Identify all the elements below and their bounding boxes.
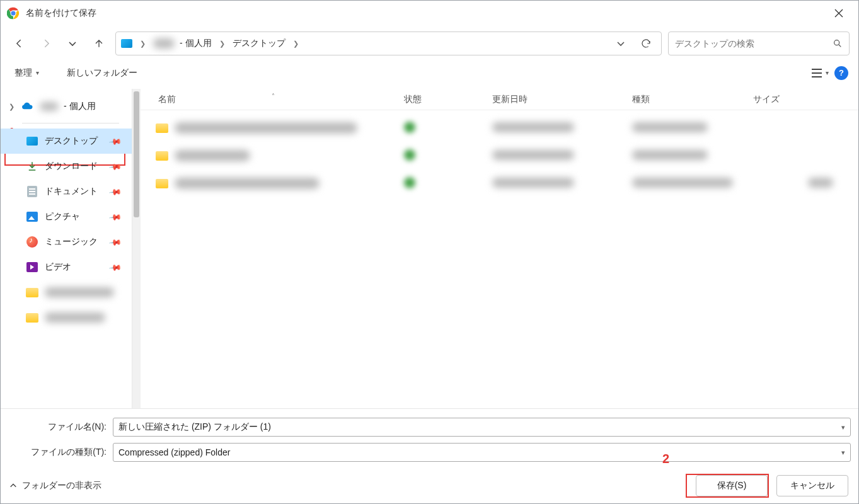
- quick-label: ミュージック: [45, 236, 98, 248]
- breadcrumb-segment[interactable]: デスクトップ: [233, 38, 285, 49]
- chevron-down-icon[interactable]: ▾: [841, 423, 845, 432]
- sidebar-scrollbar[interactable]: [132, 89, 141, 408]
- separator: [22, 123, 119, 123]
- up-button[interactable]: [89, 33, 109, 54]
- file-row[interactable]: [141, 114, 858, 142]
- column-state[interactable]: 状態: [404, 94, 492, 105]
- chevron-right-icon: ❯: [291, 40, 301, 48]
- window-title: 名前を付けて保存: [26, 8, 96, 19]
- quick-access-documents[interactable]: ドキュメント 📌: [1, 179, 132, 204]
- column-size[interactable]: サイズ: [753, 94, 858, 105]
- hide-folders-label: フォルダーの非表示: [22, 480, 101, 491]
- pin-icon: 📌: [108, 235, 122, 249]
- quick-access-videos[interactable]: ビデオ 📌: [1, 255, 132, 280]
- music-icon: [26, 236, 38, 248]
- quick-access-desktop[interactable]: デスクトップ 📌: [1, 129, 132, 154]
- new-folder-button[interactable]: 新しいフォルダー: [67, 67, 137, 79]
- chevron-right-icon: ❯: [137, 40, 148, 48]
- file-list: [141, 110, 858, 408]
- close-button[interactable]: [824, 3, 853, 23]
- annotation-box-2: [686, 474, 769, 498]
- status-synced-icon: [404, 122, 415, 133]
- filename-label: ファイル名(N):: [8, 421, 113, 433]
- breadcrumb-history-button[interactable]: [611, 33, 631, 54]
- pin-icon: 📌: [108, 260, 122, 274]
- cancel-button-label: キャンセル: [790, 480, 834, 491]
- hide-folders-toggle[interactable]: フォルダーの非表示: [9, 480, 101, 491]
- file-pane: 名前 ˄ 状態 更新日時 種類 サイズ: [141, 89, 858, 408]
- quick-access-pictures[interactable]: ピクチャ 📌: [1, 204, 132, 229]
- download-icon: [26, 160, 38, 173]
- file-row[interactable]: [141, 169, 858, 197]
- help-button[interactable]: ?: [834, 66, 848, 80]
- documents-icon: [26, 185, 38, 198]
- sort-asc-icon: ˄: [272, 93, 275, 100]
- titlebar: 名前を付けて保存: [1, 1, 858, 26]
- onedrive-node[interactable]: ❯ - 個人用: [1, 95, 132, 118]
- folder-icon: [156, 151, 168, 161]
- navigation-pane: ❯ - 個人用 デスクトップ 📌 ダウンロード 📌: [1, 89, 132, 408]
- filetype-label: ファイルの種類(T):: [8, 447, 113, 458]
- folder-icon: [26, 286, 38, 299]
- new-folder-label: 新しいフォルダー: [67, 67, 137, 77]
- svg-point-3: [834, 40, 839, 45]
- chevron-right-icon[interactable]: ❯: [7, 103, 16, 111]
- search-input[interactable]: [675, 38, 833, 49]
- chrome-icon: [7, 7, 20, 20]
- back-button[interactable]: [9, 33, 30, 54]
- organize-menu[interactable]: 整理 ▾: [14, 67, 39, 79]
- annotation-step-2: 2: [662, 452, 669, 466]
- forward-button[interactable]: [36, 33, 56, 54]
- column-headers[interactable]: 名前 ˄ 状態 更新日時 種類 サイズ: [141, 89, 858, 110]
- quick-access-downloads[interactable]: ダウンロード 📌: [1, 154, 132, 179]
- onedrive-label: - 個人用: [64, 101, 96, 112]
- column-name-label: 名前: [158, 94, 176, 104]
- folder-icon: [26, 311, 38, 324]
- onedrive-icon: [21, 101, 35, 112]
- footer: 2 フォルダーの非表示 保存(S) キャンセル: [1, 468, 858, 503]
- save-as-dialog: 名前を付けて保存 ❯ - 個人用 ❯ デスクトップ ❯: [0, 0, 859, 504]
- folder-icon: [156, 179, 168, 188]
- status-synced-icon: [404, 177, 415, 188]
- quick-access-folder-redacted[interactable]: [1, 305, 132, 330]
- chevron-down-icon[interactable]: ▾: [841, 449, 845, 457]
- breadcrumb-segment[interactable]: - 個人用: [180, 38, 212, 49]
- filename-value: 新しい圧縮された (ZIP) フォルダー (1): [118, 421, 271, 433]
- chevron-up-icon: [9, 482, 17, 490]
- recent-locations-button[interactable]: [62, 33, 83, 54]
- folder-icon: [156, 123, 168, 133]
- refresh-button[interactable]: [636, 33, 656, 54]
- scrollbar-thumb[interactable]: [134, 91, 139, 217]
- cancel-button[interactable]: キャンセル: [776, 475, 848, 496]
- desktop-icon: [121, 39, 132, 48]
- quick-label: ダウンロード: [45, 161, 98, 172]
- videos-icon: [26, 261, 38, 273]
- quick-access-music[interactable]: ミュージック 📌: [1, 229, 132, 255]
- body: 1 ❯ - 個人用 デスクトップ 📌 ダウンロード: [1, 89, 858, 408]
- quick-label: ビデオ: [45, 261, 71, 273]
- view-options-button[interactable]: ▾: [808, 64, 831, 82]
- filetype-select[interactable]: Compressed (zipped) Folder ▾: [113, 443, 851, 462]
- desktop-icon: [26, 135, 38, 147]
- file-row[interactable]: [141, 142, 858, 169]
- pin-icon: 📌: [108, 185, 122, 198]
- quick-access-folder-redacted[interactable]: [1, 280, 132, 305]
- organize-label: 整理: [14, 67, 32, 79]
- address-row: ❯ - 個人用 ❯ デスクトップ ❯: [1, 26, 858, 61]
- toolbar: 整理 ▾ 新しいフォルダー ▾ ?: [1, 61, 858, 89]
- pin-icon: 📌: [108, 159, 122, 173]
- column-kind[interactable]: 種類: [632, 94, 753, 105]
- chevron-right-icon: ❯: [217, 40, 228, 48]
- filename-input[interactable]: 新しい圧縮された (ZIP) フォルダー (1) ▾: [113, 418, 851, 437]
- pin-icon: 📌: [108, 134, 122, 148]
- pictures-icon: [26, 210, 38, 223]
- filetype-value: Compressed (zipped) Folder: [118, 447, 230, 457]
- breadcrumb-bar[interactable]: ❯ - 個人用 ❯ デスクトップ ❯: [115, 32, 662, 55]
- save-form: ファイル名(N): 新しい圧縮された (ZIP) フォルダー (1) ▾ ファイ…: [1, 408, 858, 468]
- column-name[interactable]: 名前 ˄: [158, 94, 404, 105]
- search-box[interactable]: [668, 32, 850, 55]
- column-date[interactable]: 更新日時: [492, 94, 632, 105]
- quick-label: ドキュメント: [45, 186, 98, 197]
- svg-point-2: [11, 11, 15, 15]
- status-synced-icon: [404, 149, 415, 161]
